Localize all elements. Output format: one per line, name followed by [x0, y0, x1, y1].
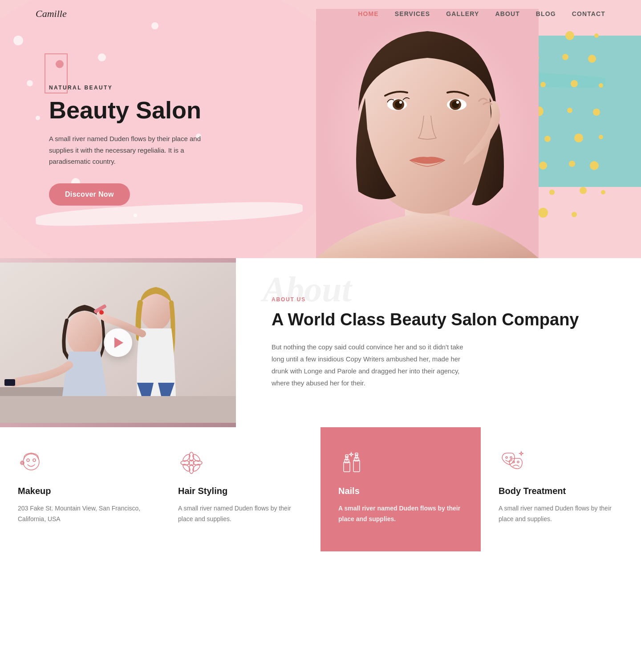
logo[interactable]: Camille — [36, 8, 67, 20]
svg-point-84 — [517, 461, 519, 463]
nav-links: HOME SERVICES GALLERY ABOUT BLOG CONTACT — [358, 10, 605, 18]
svg-point-82 — [510, 457, 512, 458]
nails-icon — [338, 449, 365, 476]
nav-home[interactable]: HOME — [358, 10, 378, 17]
about-title: A World Class Beauty Salon Company — [272, 310, 605, 330]
svg-rect-75 — [346, 457, 348, 460]
service-nails: Nails A small river named Duden flows by… — [320, 427, 481, 551]
nav-blog[interactable]: BLOG — [536, 10, 556, 17]
nav-about[interactable]: ABOUT — [495, 10, 519, 17]
nav-gallery[interactable]: GALLERY — [446, 10, 479, 17]
svg-rect-77 — [353, 460, 360, 472]
play-button[interactable] — [104, 328, 132, 357]
play-icon — [114, 337, 123, 348]
svg-point-14 — [599, 83, 603, 88]
svg-point-19 — [593, 109, 600, 116]
service-title-nails: Nails — [338, 486, 463, 496]
service-makeup: Makeup 203 Fake St. Mountain View, San F… — [0, 427, 160, 551]
about-content: About ABOUT US A World Class Beauty Salo… — [236, 258, 641, 427]
service-title-body: Body Treatment — [499, 486, 623, 496]
service-title-hair: Hair Styling — [178, 486, 303, 496]
svg-point-72 — [191, 463, 201, 472]
service-desc-nails: A small river named Duden flows by their… — [338, 503, 463, 525]
hero-subtitle: NATURAL BEAUTY — [49, 85, 214, 91]
about-tag: ABOUT US — [272, 296, 605, 303]
svg-rect-55 — [4, 379, 15, 386]
svg-rect-78 — [354, 457, 359, 461]
nav-contact[interactable]: CONTACT — [572, 10, 605, 17]
svg-point-69 — [182, 453, 191, 462]
svg-point-70 — [191, 453, 201, 462]
svg-point-9 — [588, 55, 596, 63]
service-desc-hair: A small river named Duden flows by their… — [178, 503, 303, 525]
svg-point-54 — [67, 312, 102, 356]
service-title-makeup: Makeup — [18, 486, 142, 496]
nav-services[interactable]: SERVICES — [395, 10, 430, 17]
svg-point-23 — [574, 134, 583, 142]
svg-point-33 — [580, 187, 587, 194]
service-desc-body: A small river named Duden flows by their… — [499, 503, 623, 525]
svg-point-71 — [182, 463, 191, 472]
svg-rect-52 — [0, 396, 236, 423]
svg-point-3 — [565, 31, 574, 40]
svg-point-24 — [599, 135, 603, 139]
svg-point-28 — [569, 161, 575, 167]
svg-point-34 — [601, 190, 605, 194]
svg-point-18 — [567, 108, 572, 113]
svg-point-59 — [23, 454, 39, 470]
service-desc-makeup: 203 Fake St. Mountain View, San Francisc… — [18, 503, 142, 525]
services-section: Makeup 203 Fake St. Mountain View, San F… — [0, 427, 641, 551]
pink-dot-decoration — [56, 60, 64, 68]
svg-point-60 — [27, 459, 29, 461]
about-description: But nothing the copy said could convince… — [272, 341, 467, 389]
svg-point-8 — [562, 54, 568, 60]
svg-point-29 — [590, 161, 599, 170]
svg-rect-79 — [356, 455, 357, 458]
svg-rect-74 — [345, 459, 349, 463]
svg-point-4 — [594, 33, 599, 38]
hero-title: Beauty Salon — [49, 97, 214, 123]
svg-point-83 — [513, 461, 515, 463]
hero-model-image — [303, 0, 552, 258]
hero-description: A small river named Duden flows by their… — [49, 133, 214, 167]
svg-point-13 — [571, 80, 578, 87]
discover-now-button[interactable]: Discover Now — [49, 183, 130, 206]
svg-point-58 — [99, 310, 104, 315]
svg-point-63 — [21, 462, 23, 464]
svg-point-81 — [506, 457, 507, 458]
hero-section: NATURAL BEAUTY Beauty Salon A small rive… — [0, 0, 641, 258]
service-body-treatment: Body Treatment A small river named Duden… — [481, 427, 641, 551]
svg-point-56 — [140, 293, 171, 330]
makeup-icon — [18, 449, 45, 476]
svg-point-61 — [33, 459, 36, 461]
about-image — [0, 258, 236, 427]
service-hair-styling: Hair Styling A small river named Duden f… — [160, 427, 320, 551]
svg-point-50 — [456, 101, 459, 104]
svg-rect-73 — [344, 462, 350, 472]
hair-styling-icon — [178, 449, 205, 476]
svg-point-46 — [399, 101, 402, 104]
body-treatment-icon — [499, 449, 525, 476]
about-section: About ABOUT US A World Class Beauty Salo… — [0, 258, 641, 427]
navbar: Camille HOME SERVICES GALLERY ABOUT BLOG… — [0, 0, 641, 28]
hero-content: NATURAL BEAUTY Beauty Salon A small rive… — [49, 85, 214, 206]
svg-point-38 — [572, 212, 577, 217]
